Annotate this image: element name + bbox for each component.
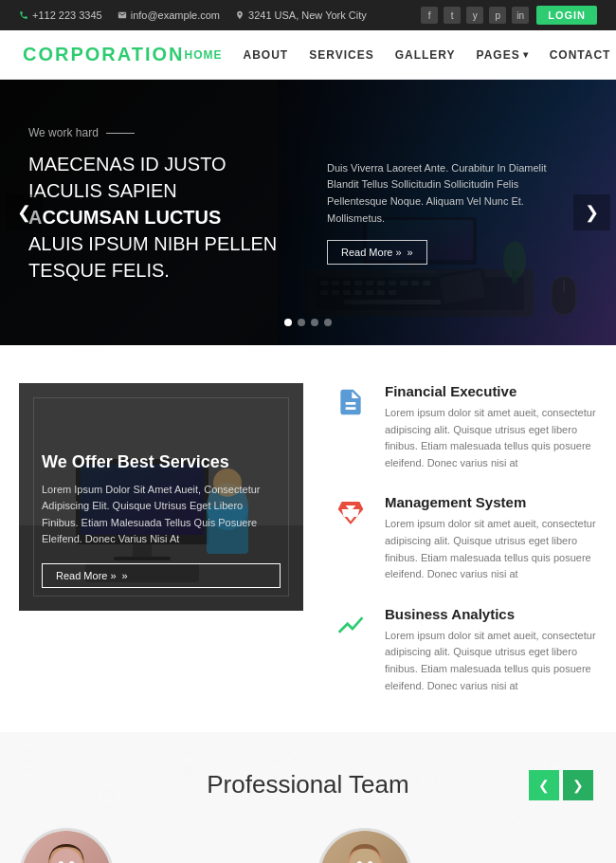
services-read-more-button[interactable]: Read More » — [42, 563, 281, 588]
service-item-management: Management System Lorem ipsum dolor sit … — [332, 494, 597, 582]
service-content-management: Management System Lorem ipsum dolor sit … — [385, 494, 597, 582]
hero-read-more-button[interactable]: Read More » — [327, 240, 427, 265]
chart-icon — [332, 606, 370, 644]
team-nav-buttons: ❮ ❯ — [529, 770, 593, 800]
hero-prev-arrow[interactable]: ❮ — [6, 194, 43, 230]
service-desc-analytics: Lorem ipsum dolor sit amet aueit, consec… — [385, 628, 597, 694]
service-content-financial: Financial Executive Lorem ipsum dolor si… — [385, 383, 597, 471]
hero-dot-1[interactable] — [284, 319, 292, 326]
nav-home[interactable]: HOME — [185, 48, 223, 62]
team-section: Professional Team ❮ ❯ — [0, 732, 616, 863]
team-next-button[interactable]: ❯ — [563, 770, 593, 800]
nav-gallery[interactable]: GALLERY — [395, 48, 456, 62]
service-desc-financial: Lorem ipsum dolor sit amet aueit, consec… — [385, 405, 597, 471]
hero-section: We work hard MAECENAS ID JUSTO IACULIS S… — [0, 80, 616, 345]
service-desc-management: Lorem ipsum dolor sit amet aueit, consec… — [385, 516, 597, 582]
team-prev-button[interactable]: ❮ — [529, 770, 559, 800]
services-card-title: We Offer Best Services — [42, 452, 281, 472]
hero-tag: We work hard — [28, 126, 280, 139]
hero-right-content: Duis Viverra Laoreet Ante. Curabitur In … — [308, 132, 586, 293]
services-background-image: We Offer Best Services Lorem Ipsum Dolor… — [19, 383, 303, 611]
service-title-analytics: Business Analytics — [385, 606, 597, 622]
phone-info: +112 223 3345 — [19, 9, 102, 21]
hero-dot-2[interactable] — [298, 319, 305, 326]
service-content-analytics: Business Analytics Lorem ipsum dolor sit… — [385, 606, 597, 694]
hero-dot-4[interactable] — [324, 319, 332, 326]
team-cards: LAURA ELISA Founder & CEO Lorem ipsum do… — [19, 828, 597, 863]
avatar-placeholder-johnson — [320, 831, 409, 863]
services-image-box: We Offer Best Services Lorem Ipsum Dolor… — [19, 383, 303, 694]
document-icon — [332, 383, 370, 421]
nav-links: HOME ABOUT SERVICES GALLERY PAGES CONTAC… — [185, 48, 611, 62]
hero-dot-3[interactable] — [311, 319, 318, 326]
pinterest-icon-top[interactable]: p — [489, 7, 506, 24]
facebook-icon-top[interactable]: f — [421, 7, 438, 24]
top-bar-contacts: +112 223 3345 info@example.com 3241 USA,… — [19, 9, 367, 21]
address-info: 3241 USA, New York City — [235, 9, 367, 21]
svg-point-52 — [182, 753, 197, 768]
nav-contact[interactable]: CONTACT — [550, 48, 611, 62]
services-section: We Offer Best Services Lorem Ipsum Dolor… — [0, 345, 616, 732]
nav-about[interactable]: ABOUT — [244, 48, 289, 62]
hero-next-arrow[interactable]: ❯ — [573, 194, 610, 230]
logo: CORPORATION — [23, 44, 185, 65]
top-bar-right: f t y p in LOGIN — [421, 6, 597, 25]
twitter-icon-top[interactable]: t — [444, 7, 461, 24]
service-item-financial: Financial Executive Lorem ipsum dolor si… — [332, 383, 597, 471]
hero-title: MAECENAS ID JUSTO IACULIS SAPIEN ACCUMSA… — [28, 151, 280, 284]
hero-content: We work hard MAECENAS ID JUSTO IACULIS S… — [0, 88, 308, 337]
services-overlay: We Offer Best Services Lorem Ipsum Dolor… — [19, 383, 303, 611]
youtube-icon-top[interactable]: y — [466, 7, 483, 24]
service-title-management: Management System — [385, 494, 597, 510]
team-card-johnson: JOHNSON Co-Founder Lorem ipsum dolor sit… — [317, 828, 597, 863]
diamond-icon — [332, 494, 370, 532]
team-section-title: Professional Team — [19, 770, 597, 799]
social-icons-top: f t y p in — [421, 7, 529, 24]
hero-dots — [284, 319, 332, 326]
login-button[interactable]: LOGIN — [536, 6, 597, 25]
services-card-desc: Lorem Ipsum Dolor Sit Amet Aueit, Consec… — [42, 482, 281, 548]
nav-services[interactable]: SERVICES — [309, 48, 373, 62]
avatar-laura — [19, 828, 114, 863]
main-nav: CORPORATION HOME ABOUT SERVICES GALLERY … — [0, 30, 616, 80]
linkedin-icon-top[interactable]: in — [512, 7, 529, 24]
avatar-johnson — [317, 828, 412, 863]
service-item-analytics: Business Analytics Lorem ipsum dolor sit… — [332, 606, 597, 694]
nav-pages[interactable]: PAGES — [477, 48, 529, 62]
hero-right-text: Duis Viverra Laoreet Ante. Curabitur In … — [327, 160, 567, 227]
email-info: info@example.com — [118, 9, 220, 21]
service-title-financial: Financial Executive — [385, 383, 597, 399]
top-bar: +112 223 3345 info@example.com 3241 USA,… — [0, 0, 616, 30]
avatar-placeholder-laura — [22, 831, 111, 863]
team-card-laura: LAURA ELISA Founder & CEO Lorem ipsum do… — [19, 828, 299, 863]
services-items: Financial Executive Lorem ipsum dolor si… — [332, 383, 597, 694]
